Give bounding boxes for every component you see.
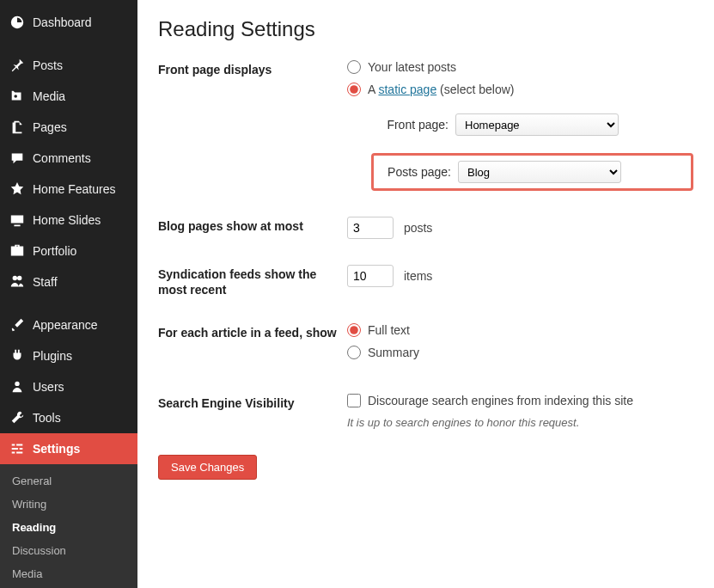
dashboard-icon xyxy=(9,14,26,31)
sidebar-item-label: Users xyxy=(33,380,64,394)
sidebar-item-home-features[interactable]: Home Features xyxy=(0,174,137,205)
blog-pages-input[interactable] xyxy=(347,217,394,239)
media-icon xyxy=(9,88,26,105)
posts-page-select-label: Posts page: xyxy=(381,165,451,179)
sidebar-item-settings[interactable]: Settings xyxy=(0,433,137,464)
sidebar-item-label: Appearance xyxy=(33,318,98,332)
discourage-label: Discourage search engines from indexing … xyxy=(368,394,633,407)
sidebar-item-label: Comments xyxy=(33,151,91,165)
settings-submenu: General Writing Reading Discussion Media… xyxy=(0,464,137,588)
syndication-unit: items xyxy=(404,269,432,283)
sidebar-item-dashboard[interactable]: Dashboard xyxy=(0,7,137,38)
sidebar-item-comments[interactable]: Comments xyxy=(0,143,137,174)
radio-summary[interactable] xyxy=(347,346,361,359)
posts-page-select[interactable]: Blog xyxy=(458,161,621,183)
page-title: Reading Settings xyxy=(158,17,693,41)
sidebar-item-label: Plugins xyxy=(33,349,72,363)
sidebar-item-pages[interactable]: Pages xyxy=(0,112,137,143)
sidebar-item-portfolio[interactable]: Portfolio xyxy=(0,236,137,266)
sidebar-item-label: Home Features xyxy=(33,182,115,196)
search-visibility-label: Search Engine Visibility xyxy=(158,394,347,411)
sidebar-item-label: Media xyxy=(33,89,65,103)
feed-article-label: For each article in a feed, show xyxy=(158,323,347,340)
submenu-discussion[interactable]: Discussion xyxy=(0,539,137,562)
pin-icon xyxy=(9,57,26,74)
syndication-row: Syndication feeds show the most recent i… xyxy=(158,265,693,297)
sidebar-item-label: Tools xyxy=(33,411,61,425)
syndication-input[interactable] xyxy=(347,265,394,287)
settings-content: Reading Settings Front page displays You… xyxy=(137,0,714,588)
search-visibility-desc: It is up to search engines to honor this… xyxy=(347,416,693,429)
sidebar-item-posts[interactable]: Posts xyxy=(0,50,137,81)
blog-pages-row: Blog pages show at most posts xyxy=(158,217,693,239)
syndication-label: Syndication feeds show the most recent xyxy=(158,265,347,297)
front-page-select-label: Front page: xyxy=(378,118,449,132)
posts-page-select-row: Posts page: Blog xyxy=(371,153,693,191)
star-icon xyxy=(9,181,26,198)
radio-full-text[interactable] xyxy=(347,323,361,337)
sidebar-item-users[interactable]: Users xyxy=(0,371,137,402)
plug-icon xyxy=(9,347,26,364)
sidebar-item-home-slides[interactable]: Home Slides xyxy=(0,205,137,236)
search-visibility-row: Search Engine Visibility Discourage sear… xyxy=(158,394,693,429)
front-page-select[interactable]: Homepage xyxy=(455,113,619,136)
group-icon xyxy=(9,273,26,291)
sidebar-item-media[interactable]: Media xyxy=(0,81,137,112)
front-page-row: Front page displays Your latest posts A … xyxy=(158,60,693,191)
discourage-checkbox[interactable] xyxy=(347,394,361,407)
blog-pages-label: Blog pages show at most xyxy=(158,217,347,234)
briefcase-icon xyxy=(9,242,26,260)
sliders-icon xyxy=(9,440,26,457)
sidebar-item-label: Settings xyxy=(33,442,80,456)
submenu-general[interactable]: General xyxy=(0,469,137,493)
radio-latest-posts[interactable] xyxy=(347,60,361,74)
radio-static-page[interactable] xyxy=(347,83,361,96)
sidebar-item-tools[interactable]: Tools xyxy=(0,402,137,433)
user-icon xyxy=(9,378,26,395)
comment-icon xyxy=(9,150,26,167)
sidebar-item-label: Posts xyxy=(33,58,63,72)
submenu-writing[interactable]: Writing xyxy=(0,493,137,516)
radio-summary-label: Summary xyxy=(368,346,419,359)
sidebar-item-label: Dashboard xyxy=(33,15,92,29)
sidebar-item-staff[interactable]: Staff xyxy=(0,266,137,297)
submenu-reading[interactable]: Reading xyxy=(0,516,137,539)
feed-article-row: For each article in a feed, show Full te… xyxy=(158,323,693,368)
submenu-media[interactable]: Media xyxy=(0,562,137,585)
radio-latest-label: Your latest posts xyxy=(368,60,456,74)
wrench-icon xyxy=(9,409,26,426)
radio-full-label: Full text xyxy=(368,323,410,337)
brush-icon xyxy=(9,316,26,334)
sidebar-item-appearance[interactable]: Appearance xyxy=(0,309,137,340)
sidebar-item-label: Staff xyxy=(33,275,58,289)
save-changes-button[interactable]: Save Changes xyxy=(158,455,257,480)
blog-pages-unit: posts xyxy=(404,221,432,235)
sidebar-item-label: Home Slides xyxy=(33,213,101,227)
slides-icon xyxy=(9,211,26,229)
pages-icon xyxy=(9,119,26,136)
static-page-link[interactable]: static page xyxy=(378,83,436,96)
sidebar-item-plugins[interactable]: Plugins xyxy=(0,340,137,371)
front-page-select-row: Front page: Homepage xyxy=(371,108,693,141)
front-page-label: Front page displays xyxy=(158,60,347,77)
radio-static-label: A static page (select below) xyxy=(368,83,514,96)
sidebar-item-label: Pages xyxy=(33,120,67,134)
admin-sidebar: Dashboard Posts Media Pages Comments Hom… xyxy=(0,0,137,588)
sidebar-item-label: Portfolio xyxy=(33,244,76,258)
